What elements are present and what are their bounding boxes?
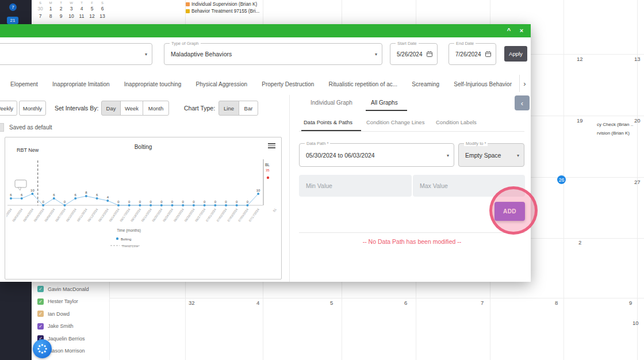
- min-value-input[interactable]: [299, 175, 412, 197]
- mini-calendar-day-header: F: [87, 1, 97, 5]
- week-count-badge[interactable]: 7: [9, 3, 17, 11]
- interval-month-button[interactable]: Month: [143, 101, 169, 116]
- calendar-event[interactable]: Behavior Treatment 97155 (Bri...: [186, 8, 263, 14]
- client-row[interactable]: ✓Jake Smith: [37, 320, 109, 333]
- data-path-select[interactable]: Data Path * 05/30/2024 to 06/03/2024 ▾: [299, 143, 454, 167]
- collapse-panel-button[interactable]: ‹: [515, 95, 530, 110]
- client-name: Mason Morrison: [48, 348, 85, 354]
- mini-calendar-date[interactable]: 9: [56, 13, 66, 20]
- interval-day-button[interactable]: Day: [101, 101, 121, 116]
- behavior-tab[interactable]: Inappropriate Imitation: [52, 81, 110, 87]
- mini-calendar-date[interactable]: 8: [45, 13, 56, 20]
- chart-type-bar-button[interactable]: Bar: [239, 101, 258, 116]
- chevron-right-icon[interactable]: ›: [519, 75, 530, 92]
- behavior-tab[interactable]: Self-Injurious Behavior: [454, 81, 512, 87]
- chevron-down-icon: ▾: [375, 52, 377, 57]
- mini-calendar-date[interactable]: 12: [87, 13, 97, 20]
- mini-calendar-day-header: S: [35, 1, 45, 5]
- svg-text:0: 0: [117, 200, 120, 204]
- modal-header: ^ ×: [0, 24, 531, 37]
- mini-calendar-date[interactable]: 6: [97, 5, 108, 13]
- behavior-tab[interactable]: Inappropriate touching: [124, 81, 182, 87]
- svg-text:6: 6: [10, 193, 12, 197]
- mini-calendar-date[interactable]: 10: [66, 13, 76, 20]
- today-badge[interactable]: 26: [557, 175, 566, 184]
- mini-calendar-date[interactable]: 11: [76, 13, 87, 20]
- client-checkbox[interactable]: ✓: [37, 323, 44, 330]
- max-value-input[interactable]: [413, 175, 525, 197]
- calendar-event[interactable]: Individual Supervision (Brian K): [186, 1, 263, 7]
- apply-button[interactable]: Apply: [504, 46, 527, 62]
- day-badge[interactable]: 21: [7, 17, 18, 24]
- end-date-field[interactable]: End Date 7/26/2024: [448, 43, 496, 65]
- graph-modal: ^ × ▾ Type of Graph Maladaptive Behavior…: [0, 24, 531, 282]
- svg-text:06/19/2024: 06/19/2024: [141, 208, 152, 223]
- svg-text:06/06/2024: 06/06/2024: [44, 208, 55, 223]
- active-tab-indicator: [366, 110, 407, 111]
- behavior-tab[interactable]: Elopement: [10, 81, 38, 87]
- tab-individual-graph[interactable]: Individual Graph: [310, 99, 352, 106]
- chart-type-line-button[interactable]: Line: [218, 101, 239, 116]
- svg-text:06/03/2024: 06/03/2024: [12, 208, 23, 223]
- svg-text:06/05/2024: 06/05/2024: [33, 208, 45, 223]
- mini-calendar-day-header: T: [56, 1, 66, 5]
- client-name: Jaquelin Berrios: [48, 336, 85, 342]
- svg-text:35: 35: [266, 168, 270, 172]
- calendar-icon[interactable]: [485, 51, 492, 58]
- svg-text:07/02/2024: 07/02/2024: [216, 208, 227, 223]
- minimize-icon[interactable]: ^: [504, 26, 513, 35]
- chevron-down-icon: ▾: [517, 152, 519, 158]
- behavior-tab[interactable]: Physical Aggression: [196, 81, 248, 87]
- weekly-button[interactable]: Weekly: [0, 101, 17, 116]
- mini-calendar-date[interactable]: 7: [35, 13, 45, 20]
- mini-calendar-date[interactable]: 2: [56, 5, 66, 13]
- behavior-tab[interactable]: Property Destruction: [262, 81, 314, 87]
- svg-text:06/04/2024: 06/04/2024: [22, 208, 34, 223]
- add-button[interactable]: ADD: [494, 202, 525, 221]
- client-row[interactable]: ✓Gavin MacDonald: [37, 283, 109, 296]
- subtab-condition-change-lines[interactable]: Condition Change Lines: [366, 119, 424, 125]
- client-row[interactable]: ✓Ian Dowd: [37, 308, 109, 320]
- subtab-condition-labels[interactable]: Condition Labels: [436, 119, 477, 125]
- calendar-icon[interactable]: [426, 51, 433, 58]
- type-of-graph-select[interactable]: Type of Graph Maladaptive Behaviors ▾: [164, 43, 382, 65]
- mini-calendar-date[interactable]: 13: [97, 13, 108, 20]
- modify-to-select[interactable]: Modify to * Empty Space ▾: [458, 143, 524, 167]
- mini-calendar-date[interactable]: 1: [45, 5, 56, 13]
- svg-text:0: 0: [42, 200, 44, 204]
- mini-calendar-date[interactable]: 30: [35, 5, 45, 13]
- client-checkbox[interactable]: ✓: [37, 298, 44, 305]
- svg-text:06/12/2024: 06/12/2024: [87, 208, 98, 223]
- mini-calendar-date[interactable]: 3: [66, 5, 76, 13]
- client-checkbox[interactable]: ✓: [37, 311, 44, 317]
- calendar-event-fragment[interactable]: rvision (Brian K): [597, 131, 630, 136]
- support-widget-button[interactable]: [33, 339, 52, 358]
- panel-divider: [289, 95, 290, 282]
- svg-text:0: 0: [171, 200, 174, 204]
- calendar-date: 13: [634, 56, 641, 62]
- start-date-field[interactable]: Start Date 5/26/2024: [390, 43, 438, 65]
- subtab-divider: [299, 131, 524, 132]
- chart-menu-icon[interactable]: [268, 143, 275, 150]
- close-icon[interactable]: ×: [517, 26, 526, 35]
- monthly-button[interactable]: Monthly: [19, 101, 46, 116]
- left-dropdown[interactable]: ▾: [0, 43, 152, 65]
- behavior-tab[interactable]: Screaming: [412, 81, 439, 87]
- chart-tooltip-icon: [15, 180, 26, 190]
- chart-title: Bolting: [5, 144, 281, 150]
- client-row[interactable]: ✓Hester Taylor: [37, 296, 109, 308]
- mini-calendar-day-header: M: [45, 1, 56, 5]
- mini-calendar-date[interactable]: 5: [87, 5, 97, 13]
- saved-default-toggle[interactable]: [0, 123, 4, 132]
- start-date-value: 5/26/2024: [397, 44, 424, 64]
- tab-all-graphs[interactable]: All Graphs: [371, 99, 398, 106]
- interval-week-button[interactable]: Week: [120, 101, 143, 116]
- calendar-event-fragment[interactable]: cy Check (Brian ..: [597, 122, 633, 127]
- client-checkbox[interactable]: ✓: [37, 286, 44, 292]
- behavior-tab[interactable]: Ritualistic repetition of ac...: [329, 81, 398, 87]
- subtab-data-points-paths[interactable]: Data Points & Paths: [304, 119, 352, 125]
- mini-calendar-date[interactable]: 4: [76, 5, 87, 13]
- event-label: Individual Supervision (Brian K): [191, 2, 257, 7]
- svg-text:0: 0: [225, 200, 227, 204]
- data-path-value: 05/30/2024 to 06/03/2024: [306, 144, 442, 166]
